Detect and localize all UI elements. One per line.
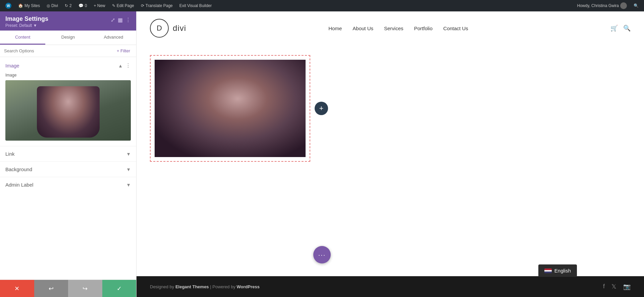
my-sites-btn[interactable]: 🏠 My Sites [15, 0, 43, 11]
nav-home[interactable]: Home [328, 26, 342, 31]
wp-logo-btn[interactable]: W [3, 0, 14, 11]
sidebar-header-left: Image Settings Preset: Default ▼ [5, 15, 48, 28]
footer-text: Designed by Elegant Themes | Powered by … [150, 284, 260, 289]
refresh-icon: ↻ [65, 3, 68, 8]
flag-icon [544, 268, 552, 273]
edit-icon: ✎ [112, 3, 115, 8]
content-image [155, 60, 306, 157]
image-thumbnail[interactable] [5, 80, 131, 141]
add-content-button[interactable]: + [315, 102, 328, 115]
user-greeting[interactable]: Howdy, Christina Gwira [575, 0, 630, 11]
cancel-button[interactable]: ✕ [0, 280, 34, 297]
site-nav: Home About Us Services Portfolio Contact… [328, 26, 468, 31]
background-chevron-icon: ▼ [126, 167, 131, 172]
admin-bar-right: Howdy, Christina Gwira 🔍 [575, 0, 641, 11]
twitter-icon[interactable]: 𝕏 [611, 283, 616, 290]
edit-page-btn[interactable]: ✎ Edit Page [109, 0, 137, 11]
nav-portfolio[interactable]: Portfolio [414, 26, 433, 31]
admin-label-section-title: Admin Label [5, 182, 33, 188]
preset-label[interactable]: Preset: Default ▼ [5, 23, 48, 28]
tab-design[interactable]: Design [45, 31, 91, 45]
sidebar: Image Settings Preset: Default ▼ ⤢ ▦ ⋮ C… [0, 11, 137, 297]
link-section-title: Link [5, 151, 15, 157]
facebook-icon[interactable]: f [603, 283, 605, 290]
wordpress-link[interactable]: WordPress [237, 284, 260, 289]
link-section: Link ▼ [0, 146, 136, 161]
image-preview [5, 80, 131, 141]
link-chevron-icon: ▼ [126, 151, 131, 157]
comment-icon: 💬 [78, 3, 84, 8]
admin-bar: W 🏠 My Sites ◎ Divi ↻ 2 💬 0 + New ✎ Edit… [0, 0, 644, 11]
site-footer: Designed by Elegant Themes | Powered by … [137, 276, 644, 297]
sidebar-content: Image ▲ ⋮ Image Link ▼ [0, 57, 136, 280]
main-content: D divi Home About Us Services Portfolio … [137, 11, 644, 297]
search-icon: 🔍 [634, 3, 639, 8]
fab-button[interactable]: ··· [313, 246, 331, 263]
sidebar-header-icons: ⤢ ▦ ⋮ [111, 17, 131, 23]
fab-icon: ··· [318, 251, 326, 259]
background-section-header[interactable]: Background ▼ [0, 162, 136, 177]
filter-button[interactable]: + Filter [115, 48, 132, 54]
cart-icon[interactable]: 🛒 [610, 24, 618, 32]
background-section: Background ▼ [0, 161, 136, 177]
house-icon: 🏠 [18, 3, 23, 8]
exit-builder-btn[interactable]: Exit Visual Builder [177, 0, 215, 11]
divi-icon: ◎ [47, 3, 50, 8]
elegant-themes-link[interactable]: Elegant Themes [175, 284, 209, 289]
image-upload-section: Image [0, 73, 136, 146]
image-dashed-container[interactable]: + [150, 55, 310, 162]
logo-circle: D [150, 19, 169, 38]
more-icon[interactable]: ⋮ [125, 17, 131, 23]
image-field-label: Image [5, 73, 131, 78]
confirm-button[interactable]: ✓ [102, 280, 137, 297]
sidebar-tabs: Content Design Advanced [0, 31, 136, 45]
instagram-icon[interactable]: 📷 [623, 283, 631, 290]
admin-label-section: Admin Label ▼ [0, 177, 136, 192]
image-section-title: Image [5, 63, 19, 68]
tab-advanced[interactable]: Advanced [91, 31, 136, 45]
redo-button[interactable]: ↪ [68, 280, 102, 297]
nav-about[interactable]: About Us [353, 26, 373, 31]
translate-page-btn[interactable]: ⟳ Translate Page [138, 0, 175, 11]
nav-services[interactable]: Services [384, 26, 404, 31]
site-nav-icons: 🛒 🔍 [610, 24, 631, 32]
sidebar-search: + Filter [0, 45, 136, 57]
columns-icon[interactable]: ▦ [118, 17, 123, 23]
sidebar-header: Image Settings Preset: Default ▼ ⤢ ▦ ⋮ [0, 11, 136, 31]
site-header: D divi Home About Us Services Portfolio … [137, 11, 644, 45]
wp-logo-icon: W [5, 3, 11, 9]
admin-label-section-header[interactable]: Admin Label ▼ [0, 177, 136, 192]
sidebar-actions: ✕ ↩ ↪ ✓ [0, 280, 136, 297]
language-label: English [554, 268, 571, 274]
tab-content[interactable]: Content [0, 31, 45, 45]
divi-btn[interactable]: ◎ Divi [44, 0, 61, 11]
site-logo: D divi [150, 19, 186, 38]
comments-btn[interactable]: 💬 0 [76, 0, 90, 11]
translate-icon: ⟳ [141, 3, 144, 8]
search-admin-btn[interactable]: 🔍 [631, 0, 641, 11]
search-site-icon[interactable]: 🔍 [623, 24, 631, 32]
updates-btn[interactable]: ↻ 2 [62, 0, 74, 11]
language-selector[interactable]: English [538, 264, 577, 277]
footer-social-icons: f 𝕏 📷 [603, 283, 631, 290]
content-area: + [137, 45, 644, 276]
user-avatar [620, 2, 627, 9]
sidebar-title: Image Settings [5, 15, 48, 22]
link-section-header[interactable]: Link ▼ [0, 146, 136, 161]
undo-button[interactable]: ↩ [34, 280, 68, 297]
image-more-icon[interactable]: ⋮ [125, 62, 131, 69]
background-section-title: Background [5, 166, 32, 172]
maximize-icon[interactable]: ⤢ [111, 17, 115, 23]
image-chevron-up-icon: ▲ [118, 63, 123, 68]
nav-contact[interactable]: Contact Us [443, 26, 468, 31]
image-section-header[interactable]: Image ▲ ⋮ [0, 57, 136, 73]
admin-label-chevron-icon: ▼ [126, 182, 131, 188]
new-btn[interactable]: + New [91, 0, 108, 11]
search-input[interactable] [4, 48, 115, 53]
logo-text: divi [173, 23, 186, 33]
